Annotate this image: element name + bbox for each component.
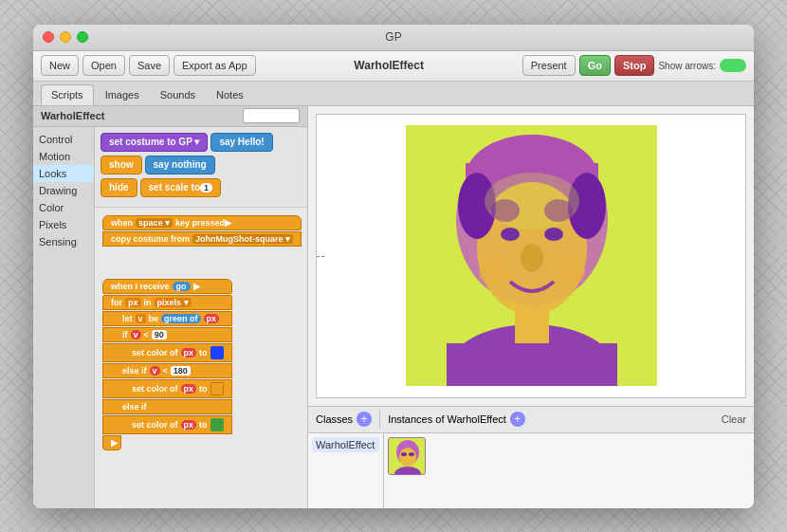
cmd-block-setcolor2[interactable]: set color of px to	[102, 379, 232, 398]
block-hide[interactable]: hide	[101, 178, 137, 197]
new-button[interactable]: New	[41, 55, 79, 76]
category-sensing[interactable]: Sensing	[33, 233, 94, 250]
block-set-scale[interactable]: set scale to 1	[140, 178, 222, 197]
tab-scripts[interactable]: Scripts	[41, 84, 94, 105]
breadcrumb: WarholEffect	[33, 106, 307, 127]
clear-button[interactable]: Clear	[722, 413, 746, 425]
search-input[interactable]	[243, 108, 300, 123]
svg-point-22	[409, 452, 414, 456]
cmd-block-else[interactable]: else if	[102, 399, 232, 414]
show-arrows-toggle[interactable]	[720, 59, 746, 72]
divider	[379, 410, 380, 429]
instances-label: Instances of WarholEffect	[388, 413, 506, 425]
category-pixels[interactable]: Pixels	[33, 216, 94, 233]
traffic-lights	[43, 31, 88, 43]
scripts-area: Control Motion Looks Drawing Color Pixel…	[33, 127, 307, 508]
project-title: WarholEffect	[354, 59, 424, 72]
stop-button[interactable]: Stop	[614, 55, 654, 76]
close-button[interactable]	[43, 31, 54, 43]
script-group-1: when space ▾ key pressed▶ copy costume f…	[102, 215, 302, 247]
classes-label: Classes	[316, 413, 353, 425]
save-button[interactable]: Save	[129, 55, 170, 76]
export-button[interactable]: Export as App	[174, 55, 256, 76]
block-say-hello[interactable]: say Hello!	[210, 133, 272, 152]
instances-list	[384, 433, 754, 508]
instance-thumb-1[interactable]	[388, 437, 426, 475]
tab-notes[interactable]: Notes	[207, 84, 253, 105]
present-button[interactable]: Present	[522, 55, 576, 76]
svg-point-9	[551, 259, 585, 285]
tab-images[interactable]: Images	[96, 84, 149, 105]
svg-point-20	[399, 448, 416, 467]
svg-rect-11	[447, 343, 617, 386]
titlebar: GP	[33, 25, 754, 51]
toolbar: New Open Save Export as App WarholEffect…	[33, 51, 754, 82]
category-list: Control Motion Looks Drawing Color Pixel…	[33, 127, 95, 508]
script-group-2: when I receive go▶ for px in pixels ▾ le…	[102, 279, 232, 450]
category-looks[interactable]: Looks	[33, 165, 94, 182]
cmd-block-if1[interactable]: if v < 90	[102, 327, 232, 342]
classes-bar: Classes + Instances of WarholEffect + Cl…	[308, 406, 754, 432]
svg-rect-12	[515, 305, 549, 343]
left-panel: WarholEffect Control Motion Looks Drawin…	[33, 106, 308, 508]
stage-area[interactable]	[316, 114, 746, 398]
block-set-costume[interactable]: set costume to GP ▾	[101, 133, 208, 152]
svg-point-16	[491, 199, 520, 222]
add-class-button[interactable]: +	[357, 412, 372, 427]
open-button[interactable]: Open	[82, 55, 125, 76]
block-say-nothing[interactable]: say nothing	[145, 156, 215, 174]
breadcrumb-text: WarholEffect	[41, 110, 104, 121]
category-drawing[interactable]: Drawing	[33, 182, 94, 199]
tabbar: Scripts Images Sounds Notes	[33, 82, 754, 106]
block-show[interactable]: show	[101, 156, 142, 174]
cmd-block-copy[interactable]: copy costume from JohnMugShot-square ▾	[102, 231, 302, 247]
show-arrows-control: Show arrows:	[658, 59, 746, 72]
svg-point-6	[544, 228, 563, 241]
window-title: GP	[385, 30, 401, 44]
classes-list: WarholEffect	[308, 433, 384, 508]
hat-block-2[interactable]: when I receive go▶	[102, 279, 232, 294]
tab-sounds[interactable]: Sounds	[151, 84, 205, 105]
minimize-button[interactable]	[60, 31, 71, 43]
script-workspace[interactable]: when space ▾ key pressed▶ copy costume f…	[95, 208, 307, 508]
maximize-button[interactable]	[77, 31, 88, 43]
cmd-block-elseif[interactable]: else if v < 180	[102, 363, 232, 378]
instances-section: Instances of WarholEffect +	[388, 412, 525, 427]
svg-point-5	[501, 228, 520, 241]
connector-line	[317, 256, 324, 257]
cmd-block-setcolor3[interactable]: set color of px to	[102, 415, 232, 434]
warhol-canvas	[406, 125, 657, 386]
svg-point-21	[401, 452, 407, 456]
category-motion[interactable]: Motion	[33, 148, 94, 165]
svg-point-17	[544, 199, 573, 222]
add-instance-button[interactable]: +	[510, 412, 525, 427]
cmd-block-for[interactable]: for px in pixels ▾	[102, 295, 232, 310]
cmd-block-setcolor1[interactable]: set color of px to	[102, 343, 232, 362]
class-item-warhol[interactable]: WarholEffect	[312, 437, 379, 452]
hat-block-1[interactable]: when space ▾ key pressed▶	[102, 215, 302, 230]
classes-section: Classes +	[316, 412, 372, 427]
go-button[interactable]: Go	[579, 55, 611, 76]
end-cap: ▶	[102, 435, 121, 450]
svg-point-7	[521, 244, 543, 272]
main-content: WarholEffect Control Motion Looks Drawin…	[33, 106, 754, 508]
right-panel: Classes + Instances of WarholEffect + Cl…	[308, 106, 754, 508]
classes-instances-area: WarholEffect	[308, 432, 754, 508]
blocks-palette: set costume to GP ▾ say Hello! show say …	[95, 127, 307, 208]
category-color[interactable]: Color	[33, 199, 94, 216]
main-window: GP New Open Save Export as App WarholEff…	[33, 25, 754, 508]
category-control[interactable]: Control	[33, 131, 94, 148]
cmd-block-let[interactable]: let v be green of px	[102, 311, 232, 326]
toolbar-right: Present Go Stop Show arrows:	[522, 55, 746, 76]
svg-point-8	[479, 259, 513, 285]
show-arrows-label: Show arrows:	[658, 61, 716, 71]
